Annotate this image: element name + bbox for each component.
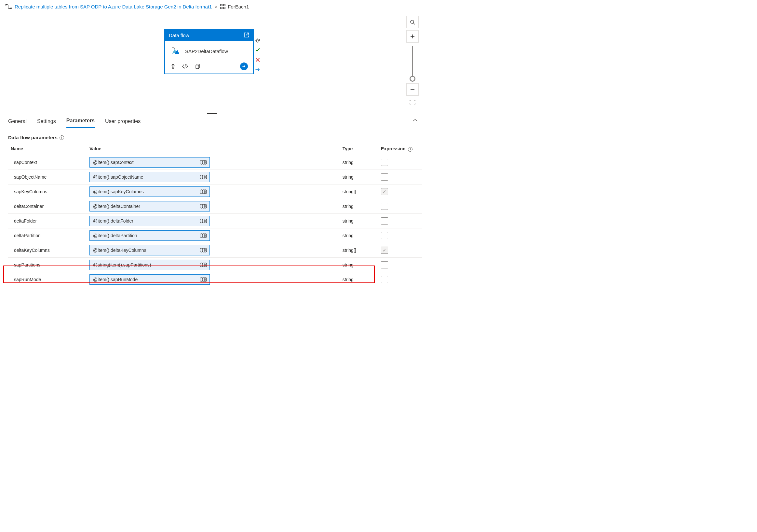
tab-settings[interactable]: Settings	[37, 115, 56, 128]
svg-point-0	[5, 4, 7, 5]
pipeline-expression-icon[interactable]	[200, 160, 207, 165]
pipeline-expression-icon[interactable]	[200, 219, 207, 223]
tab-general[interactable]: General	[8, 115, 27, 128]
redo-icon[interactable]	[255, 37, 260, 43]
skip-arrow-icon[interactable]	[255, 67, 260, 73]
zoom-out-button[interactable]	[406, 83, 419, 96]
expression-checkbox[interactable]	[381, 276, 388, 283]
success-check-icon[interactable]	[255, 47, 260, 53]
section-heading: Data flow parameters i	[0, 128, 424, 143]
pipeline-expression-icon[interactable]	[200, 248, 207, 253]
expression-checkbox[interactable]	[381, 159, 388, 166]
breadcrumb-current: ForEach1	[220, 4, 249, 10]
dataflow-icon	[170, 46, 181, 56]
svg-point-7	[410, 20, 414, 23]
param-expression-cell	[378, 228, 422, 243]
col-header-value: Value	[87, 143, 340, 155]
open-external-icon[interactable]	[243, 32, 249, 38]
param-value-input[interactable]: @item().deltaContainer	[89, 201, 210, 211]
param-value-text: @string(item().sapPartitions)	[93, 262, 151, 267]
expression-checkbox[interactable]	[381, 217, 388, 225]
expression-checkbox[interactable]	[381, 261, 388, 268]
dataflow-activity-card[interactable]: Data flow SAP2DeltaDataflow	[164, 29, 254, 74]
param-value-text: @item().sapRunMode	[93, 277, 137, 282]
param-expression-cell	[378, 257, 422, 272]
foreach-icon	[220, 4, 226, 10]
param-value-text: @item().sapObjectName	[93, 174, 143, 180]
param-value-input[interactable]: @string(item().sapPartitions)	[89, 260, 210, 270]
tab-user-properties[interactable]: User properties	[105, 115, 140, 128]
param-value-input[interactable]: @item().sapKeyColumns	[89, 186, 210, 197]
param-value-input[interactable]: @item().sapContext	[89, 157, 210, 168]
code-icon[interactable]	[182, 63, 188, 69]
section-heading-label: Data flow parameters	[8, 135, 58, 140]
pipeline-expression-icon[interactable]	[200, 175, 207, 179]
pipeline-expression-icon[interactable]	[200, 204, 207, 208]
zoom-in-button[interactable]	[406, 30, 419, 43]
info-icon[interactable]: i	[408, 147, 412, 152]
param-type: string	[340, 228, 378, 243]
tab-parameters[interactable]: Parameters	[66, 114, 95, 128]
breadcrumb: Replicate multiple tables from SAP ODP t…	[0, 0, 424, 13]
panel-resize-handle[interactable]	[0, 112, 424, 114]
table-row: sapRunMode@item().sapRunModestring	[8, 272, 422, 287]
zoom-slider[interactable]	[412, 46, 413, 80]
param-type: string	[340, 213, 378, 228]
param-value-input[interactable]: @item().deltaPartition	[89, 230, 210, 241]
pipeline-canvas[interactable]: Data flow SAP2DeltaDataflow	[0, 13, 424, 112]
search-button[interactable]	[406, 16, 419, 28]
param-value-input[interactable]: @item().sapObjectName	[89, 172, 210, 182]
fit-to-screen-icon[interactable]	[409, 100, 416, 105]
table-row: deltaPartition@item().deltaPartitionstri…	[8, 228, 422, 243]
info-icon[interactable]: i	[60, 135, 64, 140]
param-name: deltaKeyColumns	[8, 243, 87, 257]
param-value-text: @item().sapKeyColumns	[93, 189, 144, 194]
table-row: deltaKeyColumns@item().deltaKeyColumnsst…	[8, 243, 422, 257]
zoom-rail	[406, 16, 419, 105]
breadcrumb-current-label: ForEach1	[228, 4, 249, 10]
table-row: sapObjectName@item().sapObjectNamestring	[8, 170, 422, 184]
param-value-input[interactable]: @item().sapRunMode	[89, 274, 210, 285]
svg-rect-4	[221, 7, 222, 9]
run-button[interactable]	[240, 62, 248, 70]
param-value-input[interactable]: @item().deltaKeyColumns	[89, 245, 210, 255]
param-type: string	[340, 170, 378, 184]
pipeline-expression-icon[interactable]	[200, 233, 207, 238]
expression-checkbox[interactable]	[381, 173, 388, 181]
expression-checkbox[interactable]	[381, 203, 388, 210]
error-x-icon[interactable]	[255, 57, 260, 63]
pipeline-expression-icon[interactable]	[200, 189, 207, 194]
table-row: sapContext@item().sapContextstring	[8, 155, 422, 170]
param-value-cell: @item().sapKeyColumns	[87, 184, 340, 199]
col-header-type: Type	[340, 143, 378, 155]
param-name: sapPartitions	[8, 257, 87, 272]
param-name: sapRunMode	[8, 272, 87, 287]
param-type: string[]	[340, 243, 378, 257]
collapse-panel-icon[interactable]	[412, 118, 418, 122]
param-expression-cell	[378, 155, 422, 170]
param-value-cell: @item().deltaFolder	[87, 213, 340, 228]
svg-point-1	[11, 8, 12, 9]
breadcrumb-parent-link[interactable]: Replicate multiple tables from SAP ODP t…	[15, 4, 212, 10]
activity-card-body: SAP2DeltaDataflow	[165, 41, 253, 74]
param-name: deltaContainer	[8, 199, 87, 213]
details-tabs: General Settings Parameters User propert…	[0, 114, 424, 128]
copy-icon[interactable]	[194, 63, 200, 69]
param-value-text: @item().sapContext	[93, 160, 134, 165]
param-value-input[interactable]: @item().deltaFolder	[89, 216, 210, 226]
zoom-slider-handle[interactable]	[409, 76, 415, 82]
svg-rect-6	[196, 65, 199, 69]
parameters-table: Name Value Type Expression i sapContext@…	[8, 143, 422, 287]
expression-checkbox[interactable]	[381, 232, 388, 239]
param-expression-cell	[378, 170, 422, 184]
param-expression-cell	[378, 243, 422, 257]
activity-type-label: Data flow	[169, 33, 189, 38]
param-value-cell: @item().sapObjectName	[87, 170, 340, 184]
pipeline-expression-icon[interactable]	[200, 277, 207, 282]
param-type: string	[340, 272, 378, 287]
delete-icon[interactable]	[170, 63, 176, 69]
param-type: string[]	[340, 184, 378, 199]
pipeline-expression-icon[interactable]	[200, 263, 207, 267]
param-value-text: @item().deltaContainer	[93, 204, 140, 209]
activity-status-icons	[255, 37, 260, 73]
